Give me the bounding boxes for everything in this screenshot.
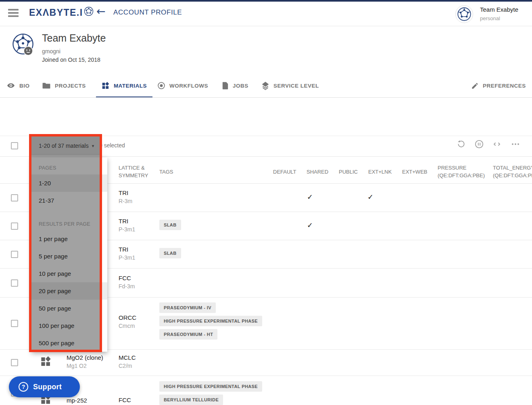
shared-check-icon: ✓ (307, 193, 313, 201)
lattice-cell: FCCFd-3m (119, 275, 135, 290)
lattice-cell: MCLCC2/m (119, 354, 136, 369)
code-icon (492, 139, 502, 149)
tag-chip: SLAB (159, 248, 181, 258)
tab-jobs-label: JOBS (233, 83, 248, 89)
selection-bar: 1-20 of 37 materials ▾ 0 selected (0, 136, 532, 157)
column-public[interactable]: PUBLIC (339, 168, 358, 176)
app-bar: EXΛBYTE.I ← ACCOUNT PROFILE Team Exabyte… (0, 2, 532, 26)
column-tags[interactable]: TAGS (159, 168, 173, 176)
back-arrow-icon[interactable]: ← (96, 5, 106, 17)
tag-chip: BERYLLIUM TELLURIDE (159, 395, 223, 405)
tag-chip: PRASEODYMIUM - IV (159, 302, 216, 313)
logo-ball-icon (84, 6, 94, 19)
menu-item-page-1-20[interactable]: 1-20 (31, 174, 107, 192)
filter-bar: + (0, 98, 532, 136)
tag-chip: PRASEODYMIUM - HT (159, 329, 217, 340)
folder-icon (42, 82, 51, 89)
account-avatar[interactable] (455, 5, 473, 23)
lattice-cell: ORCCCmcm (119, 314, 136, 329)
document-icon (222, 82, 229, 90)
row-checkbox[interactable] (11, 359, 18, 366)
pages-subheader: PAGES (39, 165, 56, 171)
help-question-icon: ? (19, 382, 28, 392)
tab-service-level-label: SERVICE LEVEL (273, 83, 319, 89)
menu-item-100-per-page[interactable]: 100 per page (31, 317, 107, 334)
page-title: ACCOUNT PROFILE (113, 8, 182, 17)
logo-text: EXΛBYTE.I (29, 7, 83, 18)
row-checkbox[interactable] (11, 222, 18, 230)
results-per-page-subheader: RESULTS PER PAGE (39, 221, 90, 227)
tab-projects-label: PROJECTS (55, 83, 86, 89)
selected-count: 0 selected (99, 142, 125, 149)
menu-item-1-per-page[interactable]: 1 per page (31, 230, 107, 248)
select-all-checkbox[interactable] (11, 142, 18, 149)
row-checkbox[interactable] (11, 251, 18, 258)
tab-bio[interactable]: BIO (6, 74, 30, 97)
shared-check-icon: ✓ (307, 221, 313, 229)
menu-item-page-21-37[interactable]: 21-37 (31, 192, 107, 209)
tab-bio-label: BIO (19, 83, 30, 89)
tag-chip: SLAB (159, 220, 181, 230)
tab-projects[interactable]: PROJECTS (42, 74, 86, 97)
row-checkbox[interactable] (11, 320, 18, 327)
tag-chip: HIGH PRESSURE EXPERIMENTAL PHASE (159, 381, 262, 392)
profile-face-badge-icon (23, 46, 33, 56)
row-checkbox[interactable] (11, 194, 18, 201)
materials-icon (102, 82, 110, 90)
material-icon (40, 356, 52, 367)
tab-jobs[interactable]: JOBS (222, 74, 248, 97)
account-profile-screen: EXΛBYTE.I ← ACCOUNT PROFILE Team Exabyte… (0, 0, 532, 405)
column-total-energy[interactable]: TOTAL_ENERGY(QE:DFT:GGA:PBE) (493, 164, 532, 179)
profile-tabs: BIO PROJECTS MATERIALS WORKFLOWS JOBS SE… (0, 74, 532, 98)
support-button[interactable]: ? Support (9, 376, 80, 397)
more-horiz-icon (511, 139, 520, 149)
menu-item-50-per-page[interactable]: 50 per page (31, 300, 107, 317)
lattice-cell: TRIR-3m (119, 189, 132, 204)
profile-username: gmogni (42, 48, 61, 55)
menu-item-5-per-page[interactable]: 5 per page (31, 248, 107, 265)
tab-workflows-label: WORKFLOWS (169, 83, 208, 89)
workflow-icon (157, 82, 165, 90)
menu-item-20-per-page[interactable]: 20 per page (31, 282, 107, 300)
eye-icon (6, 82, 15, 89)
column-ext-lnk[interactable]: EXT+LNK (368, 168, 392, 176)
pagination-menu: PAGES 1-20 21-37 RESULTS PER PAGE 1 per … (31, 157, 107, 352)
app-logo[interactable]: EXΛBYTE.I (29, 6, 94, 19)
table-row[interactable]: mp-252 FCC HIGH PRESSURE EXPERIMENTAL PH… (0, 376, 532, 405)
menu-item-10-per-page[interactable]: 10 per page (31, 265, 107, 282)
more-options-button[interactable] (511, 139, 520, 149)
column-pressure[interactable]: PRESSURE(QE:DFT:GGA:PBE) (438, 164, 485, 179)
tab-materials-label: MATERIALS (114, 83, 147, 89)
menu-item-500-per-page[interactable]: 500 per page (31, 334, 107, 352)
caret-down-icon: ▾ (92, 143, 94, 149)
ext-lnk-check-icon: ✓ (367, 193, 373, 201)
tab-materials[interactable]: MATERIALS (97, 74, 152, 97)
active-tab-underline (96, 97, 152, 97)
row-checkbox[interactable] (11, 279, 18, 287)
profile-name: Team Exabyte (42, 32, 106, 44)
preferences-label: PREFERENCES (483, 83, 526, 89)
tab-service-level[interactable]: SERVICE LEVEL (261, 74, 319, 97)
menu-icon[interactable] (8, 9, 19, 17)
lattice-cell: TRIP-3m1 (119, 218, 135, 233)
support-label: Support (33, 383, 62, 391)
code-view-button[interactable] (492, 139, 502, 149)
pencil-icon (471, 82, 479, 90)
account-type: personal (480, 15, 500, 21)
column-shared[interactable]: SHARED (307, 168, 328, 176)
material-name-cell[interactable]: mp-252 (67, 397, 87, 404)
pause-circle-icon (474, 139, 484, 149)
column-ext-web[interactable]: EXT+WEB (402, 168, 428, 176)
column-lattice-symmetry[interactable]: LATTICE &SYMMETRY (119, 164, 148, 179)
refresh-icon (456, 139, 466, 149)
preferences-button[interactable]: PREFERENCES (471, 74, 526, 97)
pagination-dropdown-trigger[interactable]: 1-20 of 37 materials ▾ (31, 136, 100, 155)
tag-chip: HIGH PRESSURE EXPERIMENTAL PHASE (159, 316, 262, 326)
material-name-cell[interactable]: MgO2 (clone)Mg1 O2 (67, 354, 103, 369)
pagination-label: 1-20 of 37 materials (39, 143, 89, 149)
column-default[interactable]: DEFAULT (273, 168, 296, 176)
table-row[interactable]: MgO2 (clone)Mg1 O2 MCLCC2/m (0, 350, 532, 376)
tab-workflows[interactable]: WORKFLOWS (157, 74, 208, 97)
refresh-button[interactable] (456, 139, 466, 149)
pause-button[interactable] (474, 139, 484, 149)
